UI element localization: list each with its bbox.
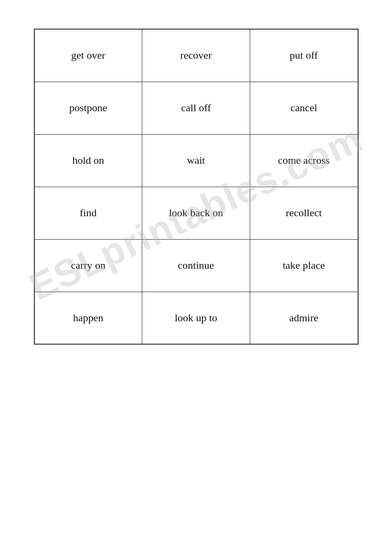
phrase-grid: get overrecoverput offpostponecall offca… [34,29,359,345]
cell-0-2: put off [250,29,358,82]
cell-3-0: find [34,187,142,239]
cell-2-0: hold on [34,134,142,187]
cell-3-1: look back on [142,187,250,239]
cell-3-2: recollect [250,187,358,239]
cell-5-1: look up to [142,292,250,344]
cell-4-2: take place [250,239,358,292]
grid-wrapper: ESLprintables.com get overrecoverput off… [34,29,359,345]
page-container: ESLprintables.com get overrecoverput off… [19,29,373,345]
cell-4-1: continue [142,239,250,292]
cell-1-1: call off [142,82,250,134]
cell-1-2: cancel [250,82,358,134]
cell-4-0: carry on [34,239,142,292]
cell-2-2: come across [250,134,358,187]
cell-0-0: get over [34,29,142,82]
cell-5-0: happen [34,292,142,344]
cell-1-0: postpone [34,82,142,134]
cell-5-2: admire [250,292,358,344]
cell-0-1: recover [142,29,250,82]
cell-2-1: wait [142,134,250,187]
